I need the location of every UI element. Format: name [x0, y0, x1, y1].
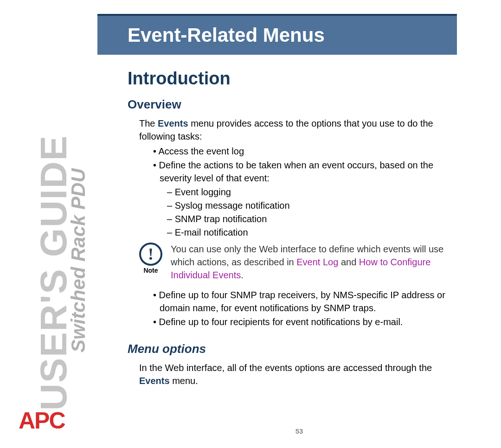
note-text-suffix: . — [241, 270, 244, 280]
sub-email: E-mail notification — [167, 226, 455, 239]
note-text-mid: and — [338, 257, 359, 267]
page-number: 53 — [97, 427, 501, 435]
sub-event-logging: Event logging — [167, 186, 455, 199]
overview-bullet-list: Access the event log Define the actions … — [153, 145, 455, 239]
overview-intro-paragraph: The Events menu provides access to the o… — [139, 117, 455, 143]
section-heading-introduction: Introduction — [128, 69, 231, 89]
menu-options-bold: Events — [139, 376, 170, 386]
sidebar-panel: USER'S GUIDE Switched Rack PDU A P C — [0, 0, 97, 448]
exclamation-icon: ! — [139, 243, 162, 266]
link-event-log[interactable]: Event Log — [296, 257, 338, 267]
sub-snmp-trap: SNMP trap notification — [167, 212, 455, 226]
menu-options-suffix: menu. — [170, 376, 198, 386]
subsection-heading-menu-options: Menu options — [128, 342, 206, 356]
sub-bullet-list: Event logging Syslog message notificatio… — [153, 186, 455, 239]
apc-logo: A P C — [19, 407, 65, 434]
page-title-banner: Event-Related Menus — [97, 14, 457, 55]
overview-bullet-list-continued: Define up to four SNMP trap receivers, b… — [153, 288, 455, 329]
note-callout: ! Note You can use only the Web interfac… — [139, 243, 455, 282]
bullet-access-log: Access the event log — [153, 145, 455, 158]
overview-intro-prefix: The — [139, 118, 158, 128]
menu-options-paragraph: In the Web interface, all of the events … — [139, 361, 455, 387]
bullet-define-actions: Define the actions to be taken when an e… — [153, 159, 455, 185]
note-label: Note — [143, 267, 158, 274]
sub-syslog: Syslog message notification — [167, 199, 455, 212]
menu-options-prefix: In the Web interface, all of the events … — [139, 363, 432, 373]
bullet-email-recipients: Define up to four recipients for event n… — [153, 315, 455, 328]
product-subtitle: Switched Rack PDU — [67, 168, 90, 352]
apc-logo-text: A P C — [19, 407, 65, 434]
note-text: You can use only the Web interface to de… — [171, 243, 455, 282]
subsection-heading-overview: Overview — [128, 97, 181, 112]
bullet-snmp-receivers: Define up to four SNMP trap receivers, b… — [153, 288, 455, 314]
content-area: Event-Related Menus Introduction Overvie… — [97, 0, 501, 448]
note-icon-wrap: ! Note — [139, 243, 162, 274]
overview-intro-bold: Events — [158, 118, 188, 128]
